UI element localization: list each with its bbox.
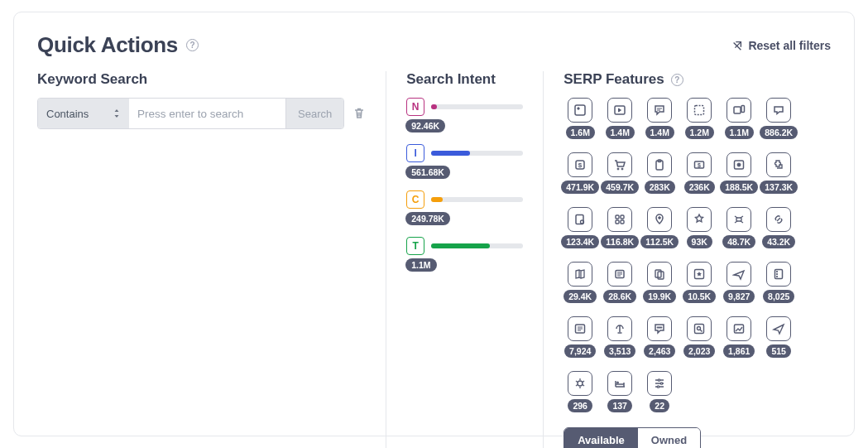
serp-features-heading: SERP Features (563, 71, 664, 88)
serp-feature-news[interactable]: 7,924 (563, 316, 597, 358)
serp-feature-price[interactable]: 471.9K (563, 152, 597, 194)
map-icon (568, 262, 592, 287)
match-mode-label: Contains (46, 108, 89, 120)
serp-count-badge: 22 (650, 399, 669, 412)
toggle-owned[interactable]: Owned (638, 428, 700, 448)
serp-count-badge: 1.1M (725, 126, 754, 139)
knowledge-panel-icon (568, 207, 592, 232)
serp-count-badge: 1.4M (645, 126, 674, 139)
serp-count-badge: 1.6M (566, 126, 595, 139)
intent-item[interactable]: N 92.46K (406, 98, 523, 132)
serp-feature-reviews[interactable]: 1.4M (643, 98, 676, 139)
serp-count-badge: 459.7K (601, 181, 639, 194)
intent-item[interactable]: C 249.78K (406, 190, 523, 225)
serp-count-badge: 137 (607, 399, 632, 412)
sitelinks-icon (687, 98, 712, 123)
faq-icon (647, 316, 672, 341)
quick-actions-card: Quick Actions ? Reset all filters Keywor… (13, 12, 855, 436)
keyword-search-section: Keyword Search Contains Search (37, 71, 386, 448)
serp-count-badge: 19.9K (643, 290, 676, 303)
serp-count-badge: 3,513 (604, 344, 635, 358)
serp-count-badge: 7,924 (564, 344, 596, 358)
clipboard-icon (647, 152, 672, 177)
serp-feature-local-pack[interactable]: 112.5K (643, 207, 676, 248)
serp-feature-podcast[interactable]: 3,513 (603, 316, 636, 358)
serp-count-badge: 515 (766, 344, 791, 358)
serp-feature-discussion[interactable]: 886.2K (762, 98, 795, 139)
serp-count-badge: 8,025 (763, 290, 794, 303)
serp-feature-bug[interactable]: 296 (563, 371, 597, 412)
serp-count-badge: 1,861 (723, 344, 755, 358)
intent-item[interactable]: I 561.68K (406, 144, 523, 179)
toggle-available[interactable]: Available (564, 428, 638, 448)
trash-icon[interactable] (352, 107, 366, 120)
search-intent-section: Search Intent N 92.46K I 561.68K C 249.7… (386, 71, 543, 448)
popular-icon (687, 207, 712, 232)
intent-bar (431, 243, 523, 248)
serp-feature-address[interactable]: 8,025 (762, 262, 795, 303)
image-icon (727, 316, 751, 341)
serp-feature-addon[interactable]: 137.3K (762, 152, 795, 194)
serp-feature-copy[interactable]: 19.9K (643, 262, 676, 303)
image-pack-icon (568, 98, 592, 123)
help-icon[interactable]: ? (671, 74, 683, 86)
serp-feature-apps[interactable]: 116.8K (603, 207, 636, 248)
keyword-search-heading: Keyword Search (37, 71, 366, 88)
serp-feature-carousel[interactable]: 1.1M (722, 98, 755, 139)
serp-count-badge: 283K (645, 181, 675, 194)
price-icon (568, 152, 592, 177)
chevron-updown-icon (113, 107, 121, 120)
serp-feature-link[interactable]: 43.2K (762, 207, 795, 248)
serp-feature-clipboard[interactable]: 283K (643, 152, 676, 194)
serp-feature-paid[interactable]: 236K (683, 152, 716, 194)
serp-feature-recipe[interactable]: 28.6K (603, 262, 636, 303)
intent-letter-icon: T (406, 237, 424, 255)
serp-feature-hotel[interactable]: 137 (603, 371, 636, 412)
serp-count-badge: 9,827 (723, 290, 755, 303)
bug-icon (568, 371, 592, 396)
serp-feature-knowledge-panel[interactable]: 123.4K (563, 207, 597, 248)
link-icon (766, 207, 791, 232)
drone-icon (727, 207, 751, 232)
intent-bar (431, 104, 523, 109)
reset-label: Reset all filters (748, 39, 831, 52)
serp-feature-star[interactable]: 10.5K (683, 262, 716, 303)
reset-all-filters[interactable]: Reset all filters (731, 39, 831, 52)
copy-icon (647, 262, 672, 287)
serp-feature-video[interactable]: 1.4M (603, 98, 636, 139)
serp-feature-popular[interactable]: 93K (683, 207, 716, 248)
help-icon[interactable]: ? (186, 39, 199, 51)
serp-ownership-toggle: Available Owned (563, 427, 701, 448)
serp-feature-flights[interactable]: 9,827 (722, 262, 755, 303)
intent-count-badge: 249.78K (405, 212, 450, 225)
serp-count-badge: 93K (687, 235, 712, 248)
serp-count-badge: 29.4K (563, 290, 597, 303)
serp-feature-faq[interactable]: 2,463 (643, 316, 676, 358)
serp-feature-search-page[interactable]: 2,023 (683, 316, 716, 358)
serp-count-badge: 236K (684, 181, 715, 194)
serp-feature-featured-video[interactable]: 188.5K (722, 152, 755, 194)
addon-icon (766, 152, 791, 177)
serp-feature-filter[interactable]: 22 (643, 371, 676, 412)
flights-icon (727, 262, 751, 287)
keyword-search-input[interactable] (129, 99, 285, 128)
intent-letter-icon: I (406, 144, 424, 162)
serp-feature-sitelinks[interactable]: 1.2M (683, 98, 716, 139)
match-mode-select[interactable]: Contains (38, 99, 129, 128)
video-icon (607, 98, 632, 123)
search-button[interactable]: Search (285, 99, 343, 128)
serp-count-badge: 116.8K (601, 235, 639, 248)
serp-feature-image-pack[interactable]: 1.6M (563, 98, 597, 139)
serp-feature-drone[interactable]: 48.7K (722, 207, 755, 248)
serp-feature-map[interactable]: 29.4K (563, 262, 597, 303)
intent-count-badge: 561.68K (405, 166, 450, 179)
serp-feature-shopping[interactable]: 459.7K (603, 152, 636, 194)
serp-count-badge: 2,463 (644, 344, 675, 358)
intent-count-badge: 92.46K (405, 119, 445, 132)
paid-icon (687, 152, 712, 177)
serp-feature-ads[interactable]: 515 (762, 316, 795, 358)
intent-item[interactable]: T 1.1M (406, 237, 523, 272)
ads-icon (766, 316, 791, 341)
apps-icon (607, 207, 632, 232)
serp-feature-image[interactable]: 1,861 (722, 316, 755, 358)
